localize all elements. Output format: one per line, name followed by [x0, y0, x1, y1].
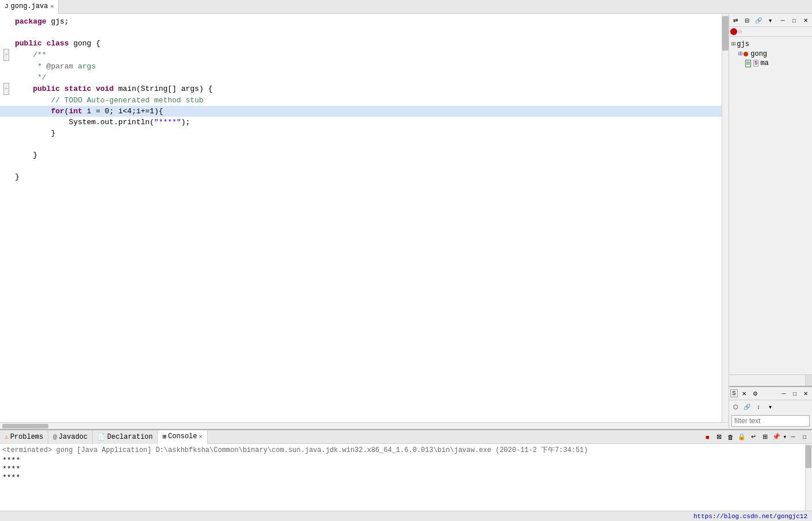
code-token: ); [181, 118, 190, 127]
tree-item-gjs[interactable]: ⊞ gjs [730, 39, 811, 49]
tree-item-main[interactable]: m S ma [730, 59, 811, 68]
console-word-wrap-btn[interactable]: ↵ [748, 432, 758, 442]
close-right-btn[interactable]: ✕ [800, 15, 811, 25]
line-content-5[interactable]: * @param args [13, 61, 96, 72]
red-dot-icon [744, 52, 748, 56]
code-token: ; i<4;i+=1){ [109, 107, 163, 116]
status-bar: https://blog.csdn.net/gongjc12 [0, 511, 812, 521]
line-content-9[interactable]: for(int i = 0; i<4;i+=1){ [13, 106, 163, 117]
filter-sort-btn[interactable]: ↕ [753, 401, 764, 412]
console-new-console-btn[interactable]: ⊞ [760, 432, 770, 442]
code-content[interactable]: package gjs;public class gong {− /** * @… [0, 14, 722, 422]
console-pin-btn[interactable]: 📌 [771, 432, 781, 442]
editor-tab-close[interactable]: ✕ [50, 3, 54, 10]
collapse-all-btn[interactable]: ⊟ [742, 15, 752, 25]
right-panel-toolbar-top: ⇄ ⊟ 🔗 ▾ ─ □ ✕ [729, 14, 812, 27]
minimize-btn[interactable]: ─ [777, 15, 788, 25]
console-output-line-3: **** [2, 473, 803, 482]
console-clear-btn[interactable]: 🗑 [725, 432, 735, 442]
filter-max-btn[interactable]: □ [790, 388, 800, 399]
line-content-8[interactable]: // TODO Auto-generated method stub [13, 95, 204, 106]
line-content-11[interactable]: } [13, 128, 55, 139]
line-content-3[interactable]: public class gong { [13, 38, 100, 49]
collapse-btn-4[interactable]: − [3, 49, 9, 61]
code-token: "****" [154, 118, 181, 127]
code-token: for [15, 107, 64, 116]
filter-section: S ✕ ⚙ ─ □ ✕ ⬡ 🔗 ↕ ▾ [729, 386, 812, 429]
line-content-4[interactable]: /** [13, 49, 47, 60]
code-token: gong { [69, 39, 101, 48]
package-tree[interactable]: ⊞ gjs ⊞ gong m S ma [729, 37, 812, 374]
console-tab-close[interactable]: ✕ [199, 433, 203, 440]
code-line-14 [0, 160, 722, 171]
code-token: ( [64, 107, 69, 116]
code-token: // TODO Auto-generated method stub [15, 96, 204, 105]
tree-label-main: ma [760, 59, 768, 67]
editor-vertical-scrollbar[interactable] [722, 14, 729, 422]
right-panel-toolbar-second: ⊘ [729, 27, 812, 37]
tree-label-gjs: gjs [737, 40, 749, 48]
collapse-btn-7[interactable]: − [3, 83, 9, 95]
code-token: int [69, 107, 82, 116]
tab-javadoc[interactable]: @ Javadoc [48, 430, 93, 444]
filter-min-btn[interactable]: ─ [779, 388, 789, 399]
tab-console-label: Console [168, 432, 197, 440]
console-scroll-lock-btn[interactable]: 🔒 [737, 432, 747, 442]
filter-settings-btn[interactable]: ⚙ [750, 388, 761, 399]
editor-scroll-area: package gjs;public class gong {− /** * @… [0, 14, 729, 422]
console-terminate-btn[interactable]: ■ [702, 432, 712, 442]
console-max-btn[interactable]: □ [799, 432, 810, 442]
code-token: */ [15, 73, 47, 82]
filter-action-row: ⬡ 🔗 ↕ ▾ [729, 400, 812, 413]
line-content-6[interactable]: */ [13, 72, 47, 83]
filter-back-btn[interactable]: ⬡ [730, 401, 741, 412]
status-link[interactable]: https://blog.csdn.net/gongjc12 [693, 513, 807, 520]
code-line-4: − /** [0, 49, 722, 61]
sync-btn[interactable]: ⇄ [730, 15, 741, 25]
filter-text-input[interactable] [731, 415, 810, 427]
code-token [42, 39, 47, 48]
filter-x-btn[interactable]: ✕ [800, 388, 811, 399]
code-token: /** [15, 51, 47, 59]
code-line-1: package gjs; [0, 16, 722, 27]
main-area: package gjs;public class gong {− /** * @… [0, 14, 812, 429]
code-token: System. [15, 118, 100, 127]
maximize-btn[interactable]: □ [789, 15, 799, 25]
code-line-15: } [0, 171, 722, 182]
code-line-10: System.out.println("****"); [0, 117, 722, 128]
right-panel-bottom-scroll [729, 374, 812, 386]
filter-close-btn[interactable]: ✕ [739, 388, 749, 399]
code-token: } [15, 129, 55, 137]
filter-menu-btn[interactable]: ▾ [765, 401, 775, 412]
filter-link-btn[interactable]: 🔗 [742, 401, 752, 412]
code-token: } [15, 173, 20, 181]
line-content-15[interactable]: } [13, 171, 20, 182]
code-line-5: * @param args [0, 61, 722, 72]
line-content-7[interactable]: public static void main(String[] args) { [13, 83, 212, 94]
editor-horizontal-scrollbar[interactable] [0, 422, 729, 429]
s-badge: S [753, 60, 758, 67]
tab-declaration[interactable]: 📄 Declaration [93, 430, 158, 444]
console-min-btn[interactable]: ─ [788, 432, 798, 442]
console-dropdown[interactable]: ▾ [783, 433, 787, 440]
view-menu-btn[interactable]: ▾ [765, 15, 775, 25]
code-token: public [15, 85, 60, 93]
console-disconnect-btn[interactable]: ⊠ [714, 432, 724, 442]
line-content-13[interactable]: } [13, 150, 37, 160]
bottom-tab-bar: ⚠ Problems @ Javadoc 📄 Declaration ▣ Con… [0, 430, 812, 444]
console-output: <terminated> gong [Java Application] D:\… [0, 444, 805, 511]
line-content-10[interactable]: System.out.println("****"); [13, 117, 190, 128]
editor-tab-bar: J gong.java ✕ [0, 0, 812, 14]
console-vertical-scrollbar[interactable] [805, 444, 812, 511]
editor-tab-gong-java[interactable]: J gong.java ✕ [0, 0, 59, 14]
tree-item-gong[interactable]: ⊞ gong [730, 49, 811, 59]
filter-toolbar: S ✕ ⚙ ─ □ ✕ [729, 387, 812, 400]
code-line-8: // TODO Auto-generated method stub [0, 95, 722, 106]
link-editor-btn[interactable]: 🔗 [753, 15, 764, 25]
tab-console[interactable]: ▣ Console ✕ [158, 430, 207, 444]
code-line-9: for(int i = 0; i<4;i+=1){ [0, 106, 722, 117]
code-editor: package gjs;public class gong {− /** * @… [0, 14, 729, 429]
tab-problems[interactable]: ⚠ Problems [0, 430, 48, 444]
console-output-line-2: **** [2, 465, 803, 473]
line-content-1[interactable]: package gjs; [13, 16, 69, 27]
